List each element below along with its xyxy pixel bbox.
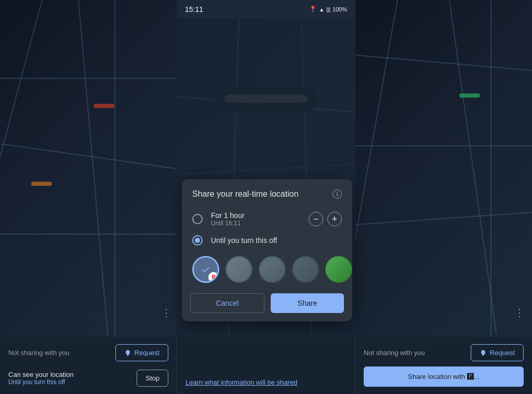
location-pin-icon-left: [124, 349, 131, 357]
bottom-left-bottom-row: Can see your location Until you turn thi…: [8, 370, 168, 387]
contact-avatar-4[interactable]: [292, 256, 319, 283]
bottom-left-section: Not sharing with you Request Can see you…: [0, 337, 177, 394]
bottom-bar: Not sharing with you Request Can see you…: [0, 337, 532, 394]
option-until-off[interactable]: Until you turn this off: [182, 231, 352, 250]
request-label-left: Request: [135, 349, 159, 357]
google-maps-badge: [208, 272, 219, 282]
share-location-dialog: Share your real-time location i For 1 ho…: [182, 179, 352, 321]
time-controls: − +: [309, 212, 342, 226]
info-icon[interactable]: i: [332, 189, 342, 199]
bottom-center-section: Learn what information will be shared: [177, 337, 355, 394]
background-map-right: [355, 0, 532, 337]
bottom-right-bottom-row: Share location with 🅿...: [364, 366, 524, 387]
option-until-off-text: Until you turn this off: [211, 236, 342, 244]
can-see-text: Can see your location: [8, 371, 74, 378]
status-icons: 📍 ▲ ||| 100%: [309, 6, 347, 13]
contact-avatar-3[interactable]: [259, 256, 286, 283]
request-button-right[interactable]: Request: [471, 344, 524, 361]
learn-info-row: Learn what information will be shared: [185, 377, 347, 387]
dialog-title-row: Share your real-time location i: [182, 179, 352, 207]
option-one-hour-label: For 1 hour: [211, 211, 300, 220]
radio-one-hour[interactable]: [192, 214, 203, 224]
battery-icon: 100%: [332, 6, 347, 12]
background-map-left: [0, 0, 177, 337]
option-until-off-label: Until you turn this off: [211, 236, 342, 244]
avatar-2-image: [225, 256, 252, 283]
location-icon: 📍: [309, 6, 317, 13]
can-see-info: Can see your location Until you turn thi…: [8, 371, 74, 386]
share-location-button[interactable]: Share location with 🅿...: [364, 366, 524, 387]
network-icon: ▲: [319, 7, 324, 12]
cancel-button[interactable]: Cancel: [190, 293, 264, 313]
avatar-4-image: [292, 256, 319, 283]
dialog-buttons: Cancel Share: [182, 289, 352, 321]
not-sharing-right: Not sharing with you: [364, 349, 425, 357]
contact-avatar-2[interactable]: [225, 256, 252, 283]
svg-point-5: [213, 276, 215, 277]
until-text: Until you turn this off: [8, 378, 74, 386]
option-one-hour-text: For 1 hour Until 16:11: [211, 211, 300, 227]
learn-link[interactable]: Learn what information will be shared: [185, 378, 297, 386]
bottom-right-section: Not sharing with you Request Share locat…: [355, 337, 532, 394]
not-sharing-left: Not sharing with you: [8, 349, 70, 357]
three-dots-left[interactable]: ⋮: [161, 306, 171, 319]
bottom-left-top-row: Not sharing with you Request: [8, 344, 168, 361]
avatar-3-image: [259, 256, 286, 283]
status-time: 15:11: [185, 5, 203, 13]
stop-button[interactable]: Stop: [137, 370, 168, 387]
dialog-title: Share your real-time location: [192, 189, 328, 199]
three-dots-right[interactable]: ⋮: [514, 306, 525, 319]
status-bar: 15:11 📍 ▲ ||| 100%: [177, 0, 355, 19]
location-pin-icon-right: [480, 349, 487, 357]
share-button[interactable]: Share: [271, 293, 344, 313]
option-one-hour-sublabel: Until 16:11: [211, 220, 300, 227]
avatar-5-image: [325, 256, 352, 283]
increment-button[interactable]: +: [327, 212, 342, 226]
request-button-left[interactable]: Request: [115, 344, 168, 361]
decrement-button[interactable]: −: [309, 212, 323, 226]
contact-avatar-5[interactable]: [325, 256, 352, 283]
contacts-row: [182, 250, 352, 289]
contact-avatar-selected[interactable]: [192, 256, 219, 283]
bottom-right-top-row: Not sharing with you Request: [364, 344, 524, 361]
request-label-right: Request: [490, 349, 515, 357]
signal-icon: |||: [326, 7, 330, 12]
option-one-hour[interactable]: For 1 hour Until 16:11 − +: [182, 207, 352, 231]
radio-until-off[interactable]: [192, 235, 203, 246]
